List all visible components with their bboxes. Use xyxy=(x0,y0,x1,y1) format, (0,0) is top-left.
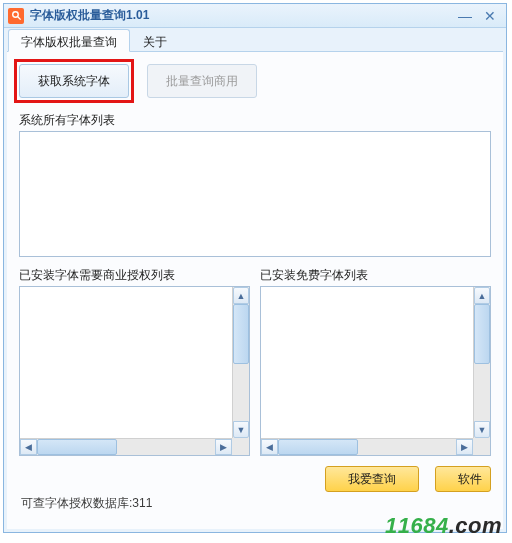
app-window: 字体版权批量查询1.01 — ✕ 字体版权批量查询 关于 获取系统字体 批量查询… xyxy=(3,3,507,533)
close-button[interactable]: ✕ xyxy=(484,9,496,23)
scroll-down-icon[interactable]: ▼ xyxy=(233,421,249,438)
minimize-button[interactable]: — xyxy=(458,9,472,23)
scroll-thumb-horizontal[interactable] xyxy=(278,439,358,455)
batch-query-button[interactable]: 批量查询商用 xyxy=(147,64,257,98)
get-system-fonts-button[interactable]: 获取系统字体 xyxy=(19,64,129,98)
software-button[interactable]: 软件 xyxy=(435,466,491,492)
scroll-left-icon[interactable]: ◀ xyxy=(261,439,278,455)
all-fonts-label: 系统所有字体列表 xyxy=(19,112,491,129)
tab-panel-main: 获取系统字体 批量查询商用 系统所有字体列表 已安装字体需要商业授权列表 ▲ ▼ xyxy=(7,51,503,529)
free-column: 已安装免费字体列表 ▲ ▼ ◀ ▶ xyxy=(260,267,491,456)
scrollbar-horizontal[interactable]: ◀ ▶ xyxy=(20,438,232,455)
bottom-lists: 已安装字体需要商业授权列表 ▲ ▼ ◀ ▶ xyxy=(19,267,491,456)
scroll-corner xyxy=(232,438,249,455)
svg-point-0 xyxy=(12,12,18,18)
free-fonts-label: 已安装免费字体列表 xyxy=(260,267,491,284)
commercial-fonts-label: 已安装字体需要商业授权列表 xyxy=(19,267,250,284)
button-label: 我爱查询 xyxy=(348,471,396,488)
svg-line-1 xyxy=(17,17,20,20)
watermark-prefix: 11684 xyxy=(385,513,449,538)
scroll-thumb-vertical[interactable] xyxy=(233,304,249,364)
titlebar: 字体版权批量查询1.01 — ✕ xyxy=(4,4,506,28)
free-fonts-listbox[interactable]: ▲ ▼ ◀ ▶ xyxy=(260,286,491,456)
scrollbar-vertical[interactable]: ▲ ▼ xyxy=(232,287,249,438)
scroll-corner xyxy=(473,438,490,455)
button-label: 批量查询商用 xyxy=(166,73,238,90)
scroll-right-icon[interactable]: ▶ xyxy=(456,439,473,455)
scroll-up-icon[interactable]: ▲ xyxy=(474,287,490,304)
app-icon xyxy=(8,8,24,24)
window-title: 字体版权批量查询1.01 xyxy=(30,7,458,24)
scrollbar-vertical[interactable]: ▲ ▼ xyxy=(473,287,490,438)
scroll-up-icon[interactable]: ▲ xyxy=(233,287,249,304)
tab-main[interactable]: 字体版权批量查询 xyxy=(8,29,130,52)
tab-strip: 字体版权批量查询 关于 xyxy=(4,28,506,51)
button-label: 获取系统字体 xyxy=(38,73,110,90)
status-text: 可查字体授权数据库:311 xyxy=(19,492,491,512)
all-fonts-listbox[interactable] xyxy=(19,131,491,257)
scroll-left-icon[interactable]: ◀ xyxy=(20,439,37,455)
window-controls: — ✕ xyxy=(458,9,502,23)
button-label: 软件 xyxy=(458,471,482,488)
scroll-thumb-horizontal[interactable] xyxy=(37,439,117,455)
list-body xyxy=(261,287,490,455)
watermark: 11684.com xyxy=(385,513,502,539)
toolbar: 获取系统字体 批量查询商用 xyxy=(19,64,491,98)
commercial-fonts-listbox[interactable]: ▲ ▼ ◀ ▶ xyxy=(19,286,250,456)
love-query-button[interactable]: 我爱查询 xyxy=(325,466,419,492)
action-row: 我爱查询 软件 xyxy=(19,466,491,492)
scrollbar-horizontal[interactable]: ◀ ▶ xyxy=(261,438,473,455)
scroll-right-icon[interactable]: ▶ xyxy=(215,439,232,455)
list-body xyxy=(20,287,249,455)
commercial-column: 已安装字体需要商业授权列表 ▲ ▼ ◀ ▶ xyxy=(19,267,250,456)
scroll-thumb-vertical[interactable] xyxy=(474,304,490,364)
tab-about[interactable]: 关于 xyxy=(130,29,180,52)
scroll-down-icon[interactable]: ▼ xyxy=(474,421,490,438)
watermark-suffix: .com xyxy=(449,513,502,538)
